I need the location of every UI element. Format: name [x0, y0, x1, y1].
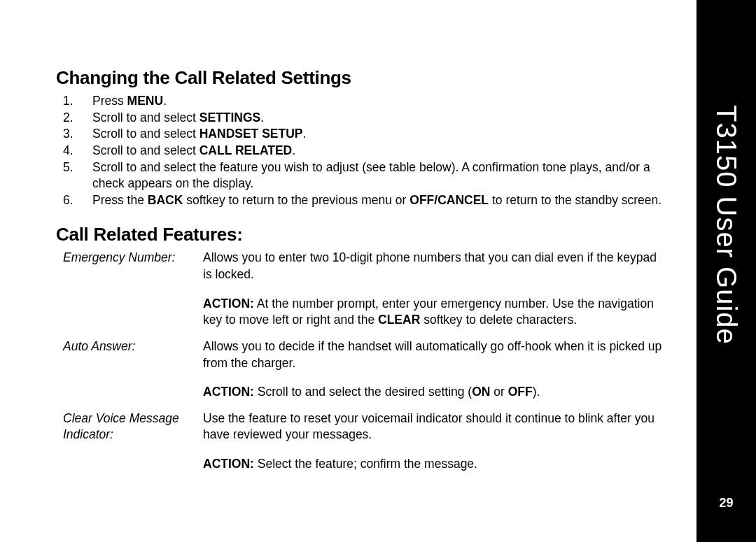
sidebar: T3150 User Guide 29 [696, 0, 756, 542]
page-number: 29 [719, 496, 733, 511]
feature-auto-answer: Auto Answer: Allows you to decide if the… [56, 338, 676, 409]
heading-features: Call Related Features: [56, 224, 676, 245]
features-table: Emergency Number: Allows you to enter tw… [56, 250, 676, 480]
step-5: Scroll to and select the feature you wis… [56, 159, 676, 192]
feature-label: Emergency Number: [56, 250, 203, 337]
step-2: Scroll to and select SETTINGS. [56, 110, 676, 127]
step-3: Scroll to and select HANDSET SETUP. [56, 126, 676, 143]
step-1: Press MENU. [56, 93, 676, 110]
step-4: Scroll to and select CALL RELATED. [56, 143, 676, 159]
feature-label: Clear Voice Message Indicator: [56, 411, 203, 481]
feature-clear-voice: Clear Voice Message Indicator: Use the f… [56, 411, 676, 481]
sidebar-title: T3150 User Guide [710, 105, 742, 345]
heading-changing-settings: Changing the Call Related Settings [56, 67, 676, 89]
feature-label: Auto Answer: [56, 338, 203, 409]
steps-list: Press MENU. Scroll to and select SETTING… [56, 93, 676, 208]
feature-desc: Use the feature to reset your voicemail … [203, 411, 676, 481]
feature-emergency: Emergency Number: Allows you to enter tw… [56, 250, 676, 337]
feature-desc: Allows you to enter two 10-digit phone n… [203, 250, 676, 337]
content-area: Changing the Call Related Settings Press… [0, 0, 696, 542]
page: Changing the Call Related Settings Press… [0, 0, 756, 542]
step-6: Press the BACK softkey to return to the … [56, 192, 676, 209]
feature-desc: Allows you to decide if the handset will… [203, 338, 676, 409]
